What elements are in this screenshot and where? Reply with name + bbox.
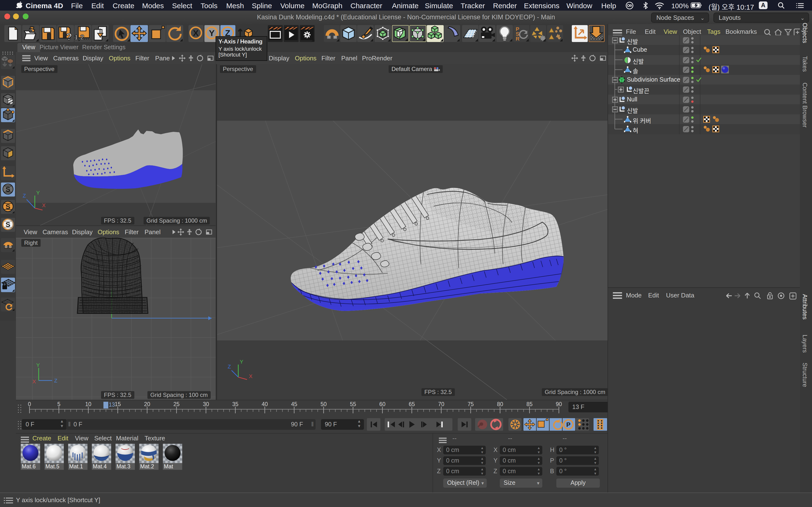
svg-text:S: S	[6, 203, 10, 211]
svg-text:Z: Z	[227, 363, 231, 370]
svg-text:P: P	[566, 421, 570, 428]
svg-text:S: S	[6, 185, 10, 193]
svg-text:Z: Z	[23, 193, 26, 199]
svg-text:X: X	[249, 373, 253, 379]
svg-text:Y: Y	[36, 362, 40, 368]
svg-text:Y: Y	[240, 359, 243, 365]
svg-text:Z: Z	[54, 378, 57, 384]
svg-text:X: X	[193, 28, 199, 38]
svg-text:1,2...: 1,2...	[74, 33, 90, 41]
svg-text:X: X	[42, 202, 46, 208]
svg-text:R: R	[516, 36, 520, 42]
svg-text:Y: Y	[36, 190, 40, 196]
svg-text:?: ?	[66, 32, 72, 42]
svg-text:S: S	[6, 221, 10, 228]
svg-text:Y: Y	[209, 28, 215, 38]
svg-text:X: X	[33, 379, 36, 385]
